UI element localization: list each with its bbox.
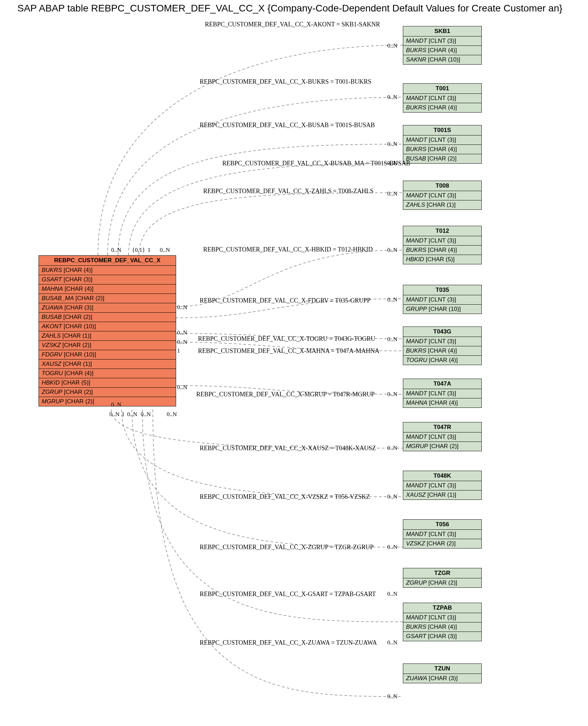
- entity-field: MANDT [CLNT (3)]: [403, 135, 481, 145]
- relation-label: REBPC_CUSTOMER_DEF_VAL_CC_X-XAUSZ = T048…: [200, 445, 376, 452]
- relation-label: REBPC_CUSTOMER_DEF_VAL_CC_X-ZAHLS = T008…: [203, 188, 373, 195]
- entity-field: TOGRU [CHAR (4)]: [403, 356, 481, 365]
- entity-field: MANDT [CLNT (3)]: [403, 613, 481, 622]
- entity-field: MANDT [CLNT (3)]: [403, 191, 481, 200]
- entity-main-header: REBPC_CUSTOMER_DEF_VAL_CC_X: [39, 256, 176, 266]
- entity-field: MANDT [CLNT (3)]: [403, 36, 481, 46]
- cardinality: 1: [148, 247, 151, 254]
- entity-field: ZAHLS [CHAR (1)]: [39, 331, 176, 341]
- entity-field: GRUPP [CHAR (10)]: [403, 305, 481, 314]
- cardinality: 0..N: [387, 141, 397, 148]
- cardinality: 0..N: [177, 329, 187, 336]
- entity-tzgr: TZGRZGRUP [CHAR (2)]: [403, 568, 482, 588]
- entity-t043g: T043GMANDT [CLNT (3)]BUKRS [CHAR (4)]TOG…: [403, 327, 482, 365]
- relation-label: REBPC_CUSTOMER_DEF_VAL_CC_X-VZSKZ = T056…: [200, 493, 370, 501]
- cardinality: 0..N: [387, 591, 397, 597]
- cardinality: 0..N: [177, 304, 187, 311]
- relation-label: REBPC_CUSTOMER_DEF_VAL_CC_X-ZGRUP = TZGR…: [200, 544, 374, 551]
- entity-t047r: T047RMANDT [CLNT (3)]MGRUP [CHAR (2)]: [403, 422, 482, 451]
- cardinality: 0..N: [167, 411, 177, 418]
- entity-field: BUKRS [CHAR (4)]: [403, 622, 481, 632]
- cardinality: 0..N: [177, 339, 187, 346]
- entity-field: ZGRUP [CHAR (2)]: [39, 388, 176, 397]
- entity-header: T001S: [403, 125, 481, 135]
- cardinality: 0..N: [387, 693, 397, 700]
- cardinality: 0..N: [387, 391, 397, 398]
- entity-field: ZUAWA [CHAR (3)]: [403, 674, 481, 683]
- relation-label: REBPC_CUSTOMER_DEF_VAL_CC_X-BUKRS = T001…: [200, 78, 371, 85]
- entity-field: BUSAB_MA [CHAR (2)]: [39, 294, 176, 303]
- entity-field: BUSAB [CHAR (2)]: [403, 154, 481, 163]
- entity-field: FDGRV [CHAR (10)]: [39, 350, 176, 360]
- entity-header: TZGR: [403, 568, 481, 578]
- entity-t008: T008MANDT [CLNT (3)]ZAHLS [CHAR (1)]: [403, 181, 482, 210]
- entity-field: HBKID [CHAR (5)]: [39, 378, 176, 388]
- entity-field: XAUSZ [CHAR (1)]: [39, 360, 176, 369]
- entity-tzun: TZUNZUAWA [CHAR (3)]: [403, 663, 482, 683]
- entity-field: BUKRS [CHAR (4)]: [403, 246, 481, 255]
- cardinality: 0..N: [111, 247, 121, 254]
- entity-field: VZSKZ [CHAR (2)]: [403, 539, 481, 548]
- entity-field: HBKID [CHAR (5)]: [403, 255, 481, 264]
- entity-t048k: T048KMANDT [CLNT (3)]XAUSZ [CHAR (1)]: [403, 471, 482, 500]
- entity-field: MGRUP [CHAR (2)]: [39, 397, 176, 406]
- cardinality: 0..N: [160, 247, 170, 254]
- entity-skb1: SKB1MANDT [CLNT (3)]BUKRS [CHAR (4)]SAKN…: [403, 26, 482, 65]
- entity-field: BUKRS [CHAR (4)]: [403, 103, 481, 112]
- entity-header: T047R: [403, 422, 481, 432]
- entity-field: GSART [CHAR (3)]: [403, 632, 481, 641]
- cardinality: 0..N: [111, 401, 121, 408]
- entity-field: GSART [CHAR (3)]: [39, 275, 176, 284]
- entity-header: T048K: [403, 471, 481, 481]
- entity-header: SKB1: [403, 26, 481, 36]
- entity-header: T047A: [403, 379, 481, 389]
- entity-field: MANDT [CLNT (3)]: [403, 236, 481, 246]
- entity-field: VZSKZ [CHAR (2)]: [39, 341, 176, 350]
- entity-field: MAHNA [CHAR (4)]: [39, 284, 176, 294]
- cardinality: 0..N: [387, 445, 397, 452]
- entity-field: MANDT [CLNT (3)]: [403, 94, 481, 103]
- entity-field: MANDT [CLNT (3)]: [403, 432, 481, 442]
- cardinality: 0..N: [387, 544, 397, 551]
- cardinality: 0..N: [127, 411, 137, 418]
- entity-t056: T056MANDT [CLNT (3)]VZSKZ [CHAR (2)]: [403, 519, 482, 548]
- cardinality: 0..N: [387, 247, 397, 254]
- relation-label: REBPC_CUSTOMER_DEF_VAL_CC_X-HBKID = T012…: [203, 246, 373, 253]
- entity-header: T012: [403, 226, 481, 236]
- cardinality: 1: [122, 411, 125, 418]
- cardinality: 0..N: [387, 336, 397, 343]
- cardinality: 0..N: [177, 384, 187, 391]
- entity-field: BUKRS [CHAR (4)]: [403, 46, 481, 55]
- entity-field: ZAHLS [CHAR (1)]: [403, 200, 481, 209]
- entity-header: T035: [403, 285, 481, 295]
- cardinality: 0..N: [141, 411, 151, 418]
- entity-field: MANDT [CLNT (3)]: [403, 530, 481, 539]
- entity-field: SAKNR [CHAR (10)]: [403, 55, 481, 64]
- cardinality: 0..N: [387, 493, 397, 500]
- cardinality: {0,1}: [132, 247, 145, 254]
- relation-label: REBPC_CUSTOMER_DEF_VAL_CC_X-TOGRU = T043…: [198, 335, 375, 343]
- entity-header: T001: [403, 84, 481, 94]
- cardinality: 0..N: [109, 411, 119, 418]
- entity-header: T008: [403, 181, 481, 191]
- relation-label: REBPC_CUSTOMER_DEF_VAL_CC_X-AKONT = SKB1…: [205, 21, 380, 28]
- relation-label: REBPC_CUSTOMER_DEF_VAL_CC_X-BUSAB_MA = T…: [222, 160, 410, 167]
- entity-field: MGRUP [CHAR (2)]: [403, 442, 481, 451]
- entity-field: MANDT [CLNT (3)]: [403, 389, 481, 398]
- relation-label: REBPC_CUSTOMER_DEF_VAL_CC_X-GSART = TZPA…: [200, 591, 376, 598]
- entity-header: TZUN: [403, 664, 481, 674]
- relation-label: REBPC_CUSTOMER_DEF_VAL_CC_X-MAHNA = T047…: [198, 347, 379, 355]
- cardinality: 0..N: [387, 296, 397, 303]
- entity-field: AKONT [CHAR (10)]: [39, 322, 176, 331]
- entity-field: XAUSZ [CHAR (1)]: [403, 490, 481, 500]
- relation-label: REBPC_CUSTOMER_DEF_VAL_CC_X-MGRUP = T047…: [196, 391, 375, 398]
- entity-field: ZUAWA [CHAR (3)]: [39, 303, 176, 313]
- entity-main: REBPC_CUSTOMER_DEF_VAL_CC_X BUKRS [CHAR …: [39, 255, 176, 406]
- entity-field: BUKRS [CHAR (4)]: [39, 266, 176, 275]
- entity-field: MAHNA [CHAR (4)]: [403, 398, 481, 407]
- entity-field: BUSAB [CHAR (2)]: [39, 313, 176, 322]
- cardinality: 0..N: [387, 94, 397, 101]
- cardinality: 0..N: [387, 639, 397, 646]
- entity-field: TOGRU [CHAR (4)]: [39, 369, 176, 378]
- entity-header: TZPAB: [403, 603, 481, 613]
